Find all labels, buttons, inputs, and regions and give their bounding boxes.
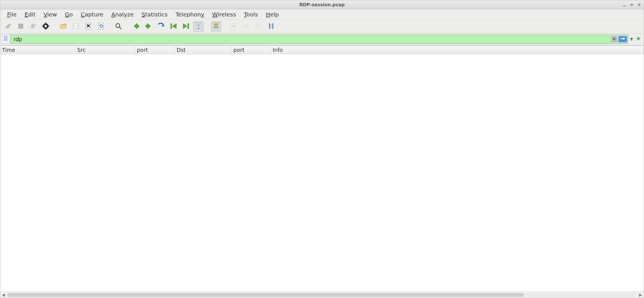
restart-capture-button[interactable] [28, 22, 38, 32]
chevron-down-icon: ▼ [630, 37, 633, 42]
triangle-right-icon: ▶ [639, 292, 642, 297]
plus-icon [636, 36, 641, 42]
column-header-time[interactable]: Time [0, 46, 76, 54]
column-header-src[interactable]: Src [76, 46, 135, 54]
zoom-out-icon [242, 22, 250, 31]
minimize-button[interactable] [622, 3, 627, 7]
go-first-icon [170, 22, 177, 31]
filter-history-dropdown[interactable]: ▼ [630, 35, 633, 44]
svg-rect-13 [74, 24, 78, 26]
scroll-left-button[interactable]: ◀ [0, 292, 7, 298]
autoscroll-toggle[interactable] [193, 22, 204, 32]
svg-rect-27 [171, 24, 172, 29]
menu-wireless[interactable]: Wireless [208, 10, 240, 19]
start-capture-button[interactable] [3, 22, 13, 32]
svg-rect-40 [214, 27, 218, 28]
svg-rect-25 [146, 25, 148, 27]
reload-file-button[interactable] [96, 22, 106, 32]
restart-icon [29, 22, 37, 31]
svg-rect-5 [18, 24, 23, 28]
zoom-reset-button[interactable]: 1 [254, 22, 264, 32]
display-filter-field[interactable] [11, 35, 628, 44]
svg-marker-30 [183, 24, 187, 29]
colorize-toggle[interactable] [211, 22, 221, 32]
reload-icon [97, 22, 105, 31]
zoom-out-button[interactable] [241, 22, 251, 32]
packet-list-body[interactable] [0, 54, 644, 291]
svg-marker-57 [623, 37, 625, 40]
arrow-right-icon [620, 37, 625, 42]
display-filter-input[interactable] [13, 36, 611, 43]
svg-point-7 [45, 25, 47, 27]
go-back-button[interactable] [131, 22, 141, 32]
first-packet-button[interactable] [168, 22, 179, 32]
menu-go[interactable]: Go [61, 10, 77, 19]
column-header-info[interactable]: Info [271, 46, 644, 54]
menu-edit[interactable]: Edit [20, 10, 39, 19]
triangle-left-icon: ◀ [2, 292, 5, 297]
filter-add-expression-button[interactable] [635, 35, 642, 44]
menu-file-rest: ile [10, 11, 16, 18]
go-forward-button[interactable] [143, 22, 154, 32]
gear-icon [42, 22, 50, 31]
svg-rect-38 [214, 25, 218, 26]
titlebar: RDP-session.pcap [0, 0, 644, 9]
svg-rect-39 [214, 26, 218, 27]
capture-options-button[interactable] [41, 22, 51, 32]
menu-capture[interactable]: Capture [77, 10, 107, 19]
zoom-in-button[interactable] [229, 22, 239, 32]
display-filter-bar: ▼ [0, 34, 644, 45]
colorize-icon [212, 22, 220, 31]
svg-rect-14 [74, 26, 78, 29]
close-file-icon [84, 22, 92, 31]
save-icon [72, 22, 80, 31]
arrow-left-icon [132, 22, 140, 31]
maximize-button[interactable] [630, 3, 634, 7]
last-packet-button[interactable] [181, 22, 191, 32]
arrow-right-icon [145, 22, 152, 31]
open-file-button[interactable] [58, 22, 68, 32]
stop-capture-button[interactable] [16, 22, 26, 32]
main-toolbar: 1 [0, 20, 644, 34]
menu-help[interactable]: Help [262, 10, 283, 19]
filter-bookmark-button[interactable] [2, 35, 9, 44]
column-header-dst[interactable]: Dst [175, 46, 232, 54]
svg-marker-26 [162, 24, 164, 27]
scrollbar-track[interactable] [7, 293, 637, 297]
svg-text:1: 1 [258, 25, 260, 28]
menu-file[interactable]: File [3, 10, 20, 19]
filter-apply-button[interactable] [618, 36, 627, 42]
close-file-button[interactable] [83, 22, 93, 32]
horizontal-scrollbar[interactable]: ◀ ▶ [0, 291, 644, 298]
bookmark-icon [4, 36, 8, 43]
menu-telephony[interactable]: Telephony [172, 10, 208, 19]
shark-fin-icon [4, 22, 12, 31]
zoom-in-icon [230, 22, 238, 31]
menu-analyze[interactable]: Analyze [107, 10, 138, 19]
filter-clear-button[interactable] [611, 36, 617, 42]
scrollbar-thumb[interactable] [7, 293, 524, 297]
go-to-packet-button[interactable] [156, 22, 166, 32]
svg-marker-28 [172, 24, 176, 29]
resize-columns-button[interactable] [266, 22, 276, 32]
go-last-icon [182, 22, 190, 31]
svg-rect-37 [214, 24, 218, 25]
menubar: File Edit View Go Capture Analyze Statis… [0, 9, 644, 20]
column-header-srcport[interactable]: port [135, 46, 175, 54]
column-header-dstport[interactable]: port [232, 46, 271, 54]
search-icon [114, 22, 122, 31]
find-packet-button[interactable] [113, 22, 124, 32]
window-title: RDP-session.pcap [299, 2, 345, 7]
menu-tools[interactable]: Tools [240, 10, 262, 19]
app-window: RDP-session.pcap File Edit View Go Captu… [0, 0, 644, 298]
close-button[interactable] [637, 3, 641, 7]
svg-rect-29 [188, 24, 189, 29]
menu-statistics[interactable]: Statistics [138, 10, 172, 19]
zoom-reset-icon: 1 [255, 22, 263, 31]
folder-open-icon [59, 22, 67, 31]
menu-view[interactable]: View [39, 10, 61, 19]
stop-icon [17, 22, 25, 31]
scroll-right-button[interactable]: ▶ [637, 292, 644, 298]
save-file-button[interactable] [71, 22, 81, 32]
svg-line-21 [119, 27, 121, 29]
